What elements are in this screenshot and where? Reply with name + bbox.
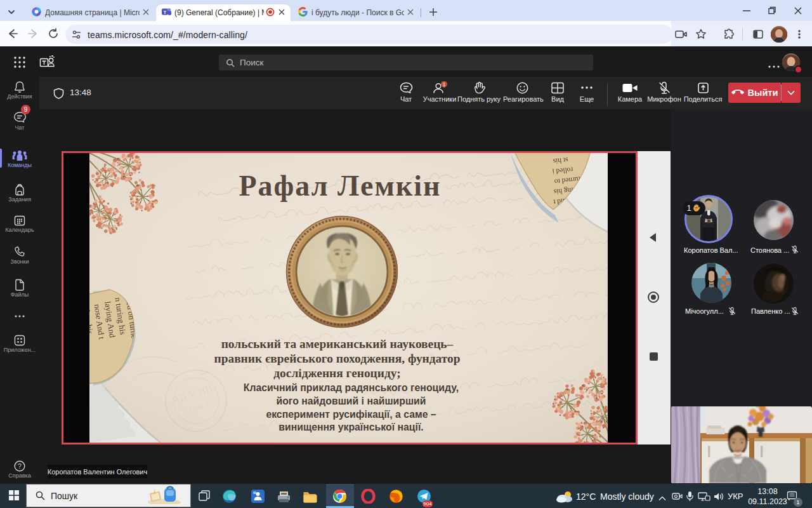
- svg-text:T: T: [164, 10, 167, 15]
- svg-text:st his: st his: [553, 156, 569, 165]
- svg-text:?: ?: [18, 462, 22, 470]
- svg-text:1: 1: [443, 81, 446, 88]
